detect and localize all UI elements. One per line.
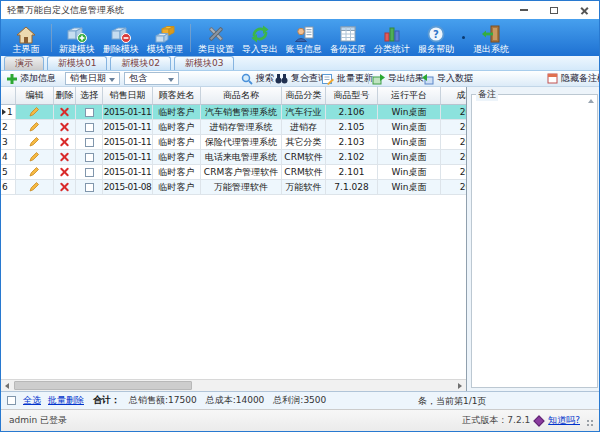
cost-total: 总成本:14000	[206, 394, 265, 407]
toolbar-button-delete-module[interactable]: 删除模块	[99, 21, 143, 55]
column-header-delete[interactable]: 删除	[54, 87, 76, 105]
delete-icon[interactable]	[60, 153, 69, 162]
column-header-select[interactable]: 选择	[76, 87, 103, 105]
scrollbar-thumb[interactable]	[14, 381, 192, 390]
row-number: 3	[2, 137, 8, 147]
table-row[interactable]: 2 2015-01-11 临时客户 进销存管理系统 进销存 2.105 Win桌…	[1, 120, 467, 135]
batch-update-button[interactable]: 批量更新	[322, 71, 373, 86]
column-header-edit[interactable]: 编辑	[16, 87, 54, 105]
cell-category: CRM软件	[282, 150, 326, 165]
horizontal-scrollbar[interactable]	[1, 379, 466, 391]
table-row[interactable]: 4 2015-01-11 临时客户 电话来电管理系统 CRM软件 2.102 W…	[1, 150, 467, 165]
import-data-button[interactable]: 导入数据	[421, 71, 473, 86]
cell-cost: 20	[441, 120, 467, 135]
row-checkbox[interactable]	[85, 108, 94, 117]
cell-platform: Win桌面	[378, 135, 441, 150]
export-icon	[372, 73, 385, 85]
table-row[interactable]: 1 2015-01-11 临时客户 汽车销售管理系统 汽车行业 2.106 Wi…	[1, 105, 467, 120]
tab-module-03[interactable]: 新模块03	[174, 56, 234, 70]
edit-icon[interactable]	[29, 151, 40, 164]
scroll-left-button[interactable]	[1, 380, 13, 391]
delete-icon[interactable]	[60, 168, 69, 177]
resize-grip[interactable]	[585, 418, 594, 427]
column-header-model[interactable]: 商品型号	[326, 87, 378, 105]
bar-chart-icon	[381, 24, 403, 44]
toolbar-label: 模块管理	[147, 44, 183, 55]
row-number: 2	[2, 122, 8, 132]
toolbar-button-category-settings[interactable]: 类目设置	[194, 21, 238, 55]
import-data-label: 导入数据	[437, 72, 473, 85]
column-header-category[interactable]: 商品分类	[282, 87, 326, 105]
cell-category: 汽车行业	[282, 105, 326, 120]
toolbar-button-new-module[interactable]: 新建模块	[55, 21, 99, 55]
column-header-cost[interactable]: 成本	[441, 87, 467, 105]
toolbar-button-help[interactable]: ? 服务帮助	[414, 21, 458, 55]
toolbar-button-account-info[interactable]: 账号信息	[282, 21, 326, 55]
row-checkbox[interactable]	[85, 183, 94, 192]
import-icon	[421, 73, 434, 85]
toolbar-button-stats[interactable]: 分类统计	[370, 21, 414, 55]
operator-select[interactable]: 包含	[124, 72, 179, 85]
cell-platform: Win桌面	[378, 150, 441, 165]
select-all-checkbox[interactable]	[7, 396, 16, 405]
tab-module-02[interactable]: 新模块02	[110, 56, 170, 70]
hide-remarks-button[interactable]: 隐藏备注框	[547, 71, 600, 86]
toolbar-button-import-export[interactable]: 导入导出	[238, 21, 282, 55]
row-checkbox[interactable]	[85, 138, 94, 147]
edit-icon[interactable]	[29, 181, 40, 194]
tab-module-01[interactable]: 新模块01	[47, 56, 107, 70]
know-link[interactable]: 知道吗?	[548, 414, 580, 427]
table-header-row: 编辑 删除 选择 销售日期 顾客姓名 商品名称 商品分类 商品型号 运行平台 成…	[1, 87, 467, 105]
title-bar: 轻量万能自定义信息管理系统	[1, 1, 599, 19]
cell-product: 汽车销售管理系统	[201, 105, 282, 120]
column-header-index[interactable]	[1, 87, 16, 105]
cell-cost: 20	[441, 150, 467, 165]
cell-platform: Win桌面	[378, 120, 441, 135]
scroll-up-icon[interactable]	[588, 99, 594, 103]
status-bar: admin 已登录 正式版本：7.2.1 知道吗?	[1, 409, 599, 431]
close-button[interactable]	[569, 1, 599, 19]
add-info-button[interactable]: 添加信息	[7, 71, 56, 86]
main-toolbar: 主界面 新建模块 删除模块 模块管理 类目设置	[1, 19, 599, 56]
select-all-link[interactable]: 全选	[23, 394, 41, 407]
edit-icon[interactable]	[29, 136, 40, 149]
remarks-textarea[interactable]	[471, 94, 598, 388]
delete-icon[interactable]	[60, 123, 69, 132]
delete-icon[interactable]	[60, 183, 69, 192]
edit-icon[interactable]	[29, 166, 40, 179]
column-header-product[interactable]: 商品名称	[201, 87, 282, 105]
cell-model: 2.103	[326, 135, 378, 150]
table-row[interactable]: 6 2015-01-08 临时客户 万能管理软件 万能软件 7.1.028 Wi…	[1, 180, 467, 195]
column-header-date[interactable]: 销售日期	[103, 87, 153, 105]
cell-date: 2015-01-11	[103, 135, 153, 150]
minimize-button[interactable]	[509, 1, 539, 19]
toolbar-button-exit[interactable]: 退出系统	[469, 21, 513, 55]
cell-model: 7.1.028	[326, 180, 378, 195]
row-checkbox[interactable]	[85, 153, 94, 162]
scroll-right-button[interactable]	[454, 380, 466, 391]
maximize-button[interactable]	[539, 1, 569, 19]
current-row-marker	[2, 109, 6, 115]
compound-query-button[interactable]: 复合查询	[275, 71, 327, 86]
field-select[interactable]: 销售日期	[65, 72, 120, 85]
column-header-platform[interactable]: 运行平台	[378, 87, 441, 105]
column-header-customer[interactable]: 顾客姓名	[153, 87, 201, 105]
tab-demo[interactable]: 演示	[4, 56, 44, 70]
cell-customer: 临时客户	[153, 165, 201, 180]
batch-delete-link[interactable]: 批量删除	[48, 394, 84, 407]
toolbar-button-backup-restore[interactable]: 备份还原	[326, 21, 370, 55]
cell-category: 其它分类	[282, 135, 326, 150]
table-row[interactable]: 3 2015-01-11 临时客户 保险代理管理系统 其它分类 2.103 Wi…	[1, 135, 467, 150]
toolbar-button-main[interactable]: 主界面	[4, 21, 48, 55]
delete-icon[interactable]	[60, 108, 69, 117]
edit-icon[interactable]	[29, 106, 40, 119]
cell-product: CRM客户管理软件	[201, 165, 282, 180]
table-row[interactable]: 5 2015-01-11 临时客户 CRM客户管理软件 CRM软件 2.101 …	[1, 165, 467, 180]
delete-icon[interactable]	[60, 138, 69, 147]
export-results-button[interactable]: 导出结果	[372, 71, 424, 86]
row-checkbox[interactable]	[85, 123, 94, 132]
edit-icon[interactable]	[29, 121, 40, 134]
toolbar-button-module-manage[interactable]: 模块管理	[143, 21, 187, 55]
row-checkbox[interactable]	[85, 168, 94, 177]
account-info-icon	[293, 24, 315, 44]
